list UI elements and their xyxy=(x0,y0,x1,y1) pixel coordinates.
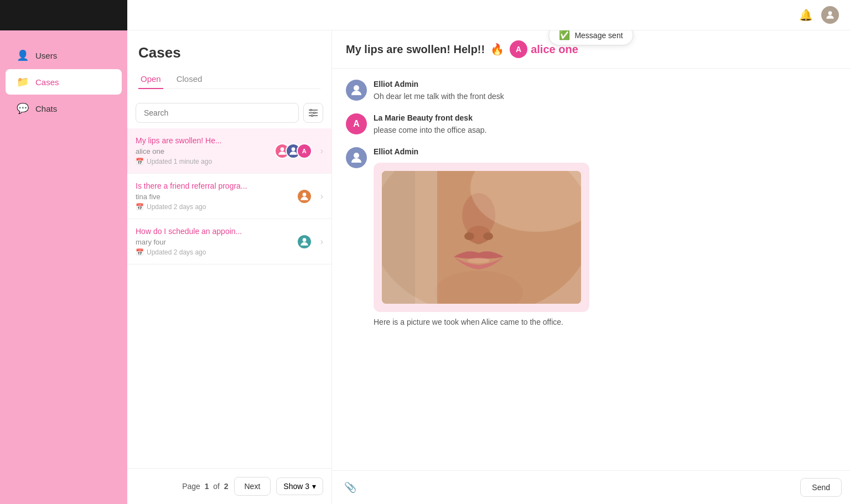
filter-button[interactable] xyxy=(303,103,323,123)
show-select[interactable]: Show 3 ▾ xyxy=(276,477,323,495)
sidebar: 👤 Users 📁 Cases 💬 Chats xyxy=(0,0,127,504)
cases-tabs: Open Closed xyxy=(138,70,320,89)
message-text: please come into the office asap. xyxy=(374,124,836,136)
chat-area: ✅ Message sent My lips are swollen! Help… xyxy=(332,30,850,504)
sidebar-item-label: Chats xyxy=(35,104,57,113)
show-label: Show 3 xyxy=(283,482,309,491)
message-avatar xyxy=(346,147,367,168)
messages-container: Elliot Admin Oh dear let me talk with th… xyxy=(332,69,850,470)
chat-title: My lips are swollen! Help!! xyxy=(346,43,485,56)
case-info: Is there a friend referral progra... tin… xyxy=(136,181,291,211)
cases-search xyxy=(127,95,331,128)
case-meta: 📅 Updated 1 minute ago xyxy=(136,158,269,165)
svg-point-6 xyxy=(312,115,313,117)
message-image-wrap xyxy=(374,163,589,312)
chat-input[interactable] xyxy=(366,483,795,492)
case-subject: Is there a friend referral progra... xyxy=(136,181,257,190)
case-updated: Updated 2 days ago xyxy=(147,248,206,256)
search-input[interactable] xyxy=(136,103,299,123)
flame-icon: 🔥 xyxy=(490,43,504,56)
sidebar-logo xyxy=(0,0,127,30)
tab-open[interactable]: Open xyxy=(138,70,163,89)
message-sender: La Marie Beauty front desk xyxy=(374,113,836,122)
case-item[interactable]: My lips are swollen! He... alice one 📅 U… xyxy=(127,128,331,174)
check-icon: ✅ xyxy=(559,30,570,40)
chat-input-area: 📎 Send xyxy=(332,470,850,504)
current-page: 1 xyxy=(205,482,209,491)
message-avatar: A xyxy=(346,113,367,134)
message-sender: Elliot Admin xyxy=(374,147,836,156)
svg-point-4 xyxy=(310,110,312,111)
svg-point-7 xyxy=(280,147,284,151)
message-sender: Elliot Admin xyxy=(374,80,836,89)
case-avatars xyxy=(297,234,312,250)
sidebar-item-label: Users xyxy=(35,51,57,60)
sidebar-item-chats[interactable]: 💬 Chats xyxy=(6,96,122,121)
message: A La Marie Beauty front desk please come… xyxy=(346,113,836,136)
cases-panel: Cases Open Closed My lips are swo xyxy=(127,30,332,504)
notification-icon[interactable]: 🔔 xyxy=(799,8,813,22)
page-info: Page 1 of 2 xyxy=(182,482,228,491)
message-content: Elliot Admin xyxy=(374,147,836,328)
case-meta: 📅 Updated 2 days ago xyxy=(136,203,291,211)
svg-point-11 xyxy=(354,85,359,91)
message-image xyxy=(382,171,581,304)
case-updated: Updated 2 days ago xyxy=(147,203,206,211)
message-text: Oh dear let me talk with the front desk xyxy=(374,91,836,102)
chats-icon: 💬 xyxy=(17,102,29,115)
cases-title: Cases xyxy=(138,44,320,61)
case-item[interactable]: How do I schedule an appoin... mary four… xyxy=(127,219,331,264)
of-label: of xyxy=(213,482,220,491)
message-sent-toast: ✅ Message sent xyxy=(548,30,633,45)
page-label: Page xyxy=(182,482,200,491)
svg-point-9 xyxy=(302,193,306,196)
case-info: My lips are swollen! He... alice one 📅 U… xyxy=(136,136,269,165)
sidebar-nav: 👤 Users 📁 Cases 💬 Chats xyxy=(0,30,127,133)
message-text: Here is a picture we took when Alice cam… xyxy=(374,316,836,328)
attach-button[interactable]: 📎 xyxy=(340,477,360,497)
case-user: alice one xyxy=(136,147,269,155)
svg-point-5 xyxy=(314,112,315,114)
chevron-right-icon: › xyxy=(320,191,323,201)
tab-closed[interactable]: Closed xyxy=(174,70,205,89)
case-item[interactable]: Is there a friend referral progra... tin… xyxy=(127,174,331,219)
message: Elliot Admin Oh dear let me talk with th… xyxy=(346,80,836,102)
user-avatar[interactable] xyxy=(821,6,839,24)
top-header: 🔔 xyxy=(127,0,850,30)
case-user: mary four xyxy=(136,238,291,246)
next-button[interactable]: Next xyxy=(234,477,271,496)
case-subject: How do I schedule an appoin... xyxy=(136,227,257,236)
case-updated: Updated 1 minute ago xyxy=(147,158,212,165)
total-pages: 2 xyxy=(224,482,229,491)
users-icon: 👤 xyxy=(17,49,29,61)
sidebar-item-label: Cases xyxy=(35,77,59,87)
case-info: How do I schedule an appoin... mary four… xyxy=(136,227,291,256)
case-meta: 📅 Updated 2 days ago xyxy=(136,248,291,256)
cases-icon: 📁 xyxy=(17,76,29,88)
sidebar-item-users[interactable]: 👤 Users xyxy=(6,43,122,68)
avatar-stack: A xyxy=(274,143,312,159)
svg-point-0 xyxy=(828,11,832,15)
avatar: A xyxy=(297,143,312,159)
send-button[interactable]: Send xyxy=(800,478,842,497)
svg-point-8 xyxy=(291,147,295,151)
case-avatars xyxy=(297,189,312,204)
case-subject: My lips are swollen! He... xyxy=(136,136,257,145)
main-content: 🔔 Cases Open Closed xyxy=(127,0,850,504)
user-avatar-lg: A xyxy=(510,40,527,58)
cases-header: Cases Open Closed xyxy=(127,30,331,95)
case-user: tina five xyxy=(136,193,291,201)
svg-point-10 xyxy=(302,238,306,242)
cases-list: My lips are swollen! He... alice one 📅 U… xyxy=(127,128,331,468)
sidebar-item-cases[interactable]: 📁 Cases xyxy=(6,69,122,95)
message: Elliot Admin xyxy=(346,147,836,328)
message-content: Elliot Admin Oh dear let me talk with th… xyxy=(374,80,836,102)
pagination: Page 1 of 2 Next Show 3 ▾ xyxy=(127,468,331,504)
message-content: La Marie Beauty front desk please come i… xyxy=(374,113,836,136)
chevron-right-icon: › xyxy=(320,237,323,247)
search-input-wrap xyxy=(136,103,299,123)
chevron-right-icon: › xyxy=(320,146,323,156)
toast-text: Message sent xyxy=(574,31,623,40)
content-row: Cases Open Closed My lips are swo xyxy=(127,30,850,504)
avatar xyxy=(297,234,312,250)
